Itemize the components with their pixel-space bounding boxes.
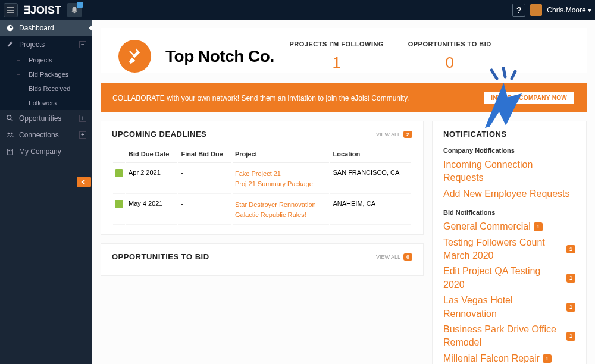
search-icon [6,114,14,123]
nav-my-company-label: My Company [19,148,61,156]
subnav-bids-received[interactable]: Bids Received [11,81,92,96]
nav-connections[interactable]: Connections + [0,127,92,143]
collaborate-banner: COLLABORATE with your own network! Send … [101,83,587,112]
help-button[interactable]: ? [512,4,525,17]
notif-link[interactable]: Millenial Falcon Repair1 [443,351,575,364]
bookmark-icon[interactable] [115,200,123,208]
company-logo [118,40,151,73]
hamburger-icon [6,5,15,15]
users-icon [6,131,14,139]
deadlines-title: UPCOMING DEADLINES [112,130,206,139]
stat-opportunities-label: OPPORTUNITIES TO BID [399,40,500,48]
nav-dashboard-label: Dashboard [19,24,54,32]
subnav-bid-packages[interactable]: Bid Packages [11,67,92,81]
notif-link[interactable]: General Commercial1 [443,219,575,234]
svg-rect-3 [8,149,13,155]
stat-following-value: 1 [286,54,387,72]
notifications-title: NOTIFICATIONS [443,130,575,139]
bookmark-icon[interactable] [115,169,123,177]
nav-connections-label: Connections [19,131,59,139]
deadlines-table: Bid Due Date Final Bid Due Project Locat… [112,145,412,226]
notif-link[interactable]: Add New Employee Requests [443,186,575,202]
bell-icon[interactable] [67,3,82,17]
table-row: Apr 2 2021 - Fake Project 21Proj 21 Summ… [113,164,411,194]
table-row: May 4 2021 - Star Destroyer RennovationG… [113,195,411,225]
cell-date: Apr 2 2021 [126,164,177,194]
col-location: Location [330,146,411,163]
main-content: Top Notch Co. PROJECTS I'M FOLLOWING 1 O… [92,20,595,364]
sidebar-collapse[interactable] [77,177,91,187]
sidebar: Dashboard Projects − Projects Bid Packag… [0,20,92,364]
tools-icon [126,48,144,65]
notif-link[interactable]: Las Vegas Hotel Rennovation1 [443,293,575,322]
opportunities-title: OPPORTUNITIES TO BID [112,252,209,261]
bid-notif-heading: Bid Notifications [443,209,575,216]
col-final-bid: Final Bid Due [178,146,231,163]
company-notif-heading: Company Notifications [443,147,575,154]
svg-rect-4 [8,150,10,151]
notif-link[interactable]: Edit Project QA Testing 20201 [443,263,575,293]
menu-toggle[interactable] [4,3,18,17]
dashboard-icon [6,24,14,32]
col-project: Project [233,146,330,163]
invite-company-button[interactable]: INVITE A COMPANY NOW [483,91,575,105]
bell-icon-svg [70,6,79,14]
stat-following-label: PROJECTS I'M FOLLOWING [286,40,387,48]
avatar[interactable] [530,4,542,16]
svg-point-2 [11,133,13,135]
company-name: Top Notch Co. [165,47,274,66]
topbar-left: ƎJOIST [4,3,82,17]
building-icon [6,148,14,156]
subnav-projects[interactable]: Projects [11,53,92,67]
cell-final: - [178,164,231,194]
svg-point-0 [7,115,11,120]
opportunities-view-all[interactable]: VIEW ALL 0 [376,253,412,261]
opportunities-count-badge: 0 [403,253,412,261]
subnav-followers[interactable]: Followers [11,96,92,110]
nav-my-company[interactable]: My Company [0,143,92,160]
expand-icon[interactable]: + [79,131,86,139]
deadlines-view-all[interactable]: VIEW ALL 2 [376,131,412,138]
arrow-left-icon [80,179,87,185]
project-link[interactable]: Proj 21 Summary Package [235,179,327,189]
cell-date: May 4 2021 [126,195,177,225]
notif-link[interactable]: Business Park Drive Office Remodel1 [443,322,575,351]
logo: ƎJOIST [24,4,61,17]
cell-final: - [178,195,231,225]
col-bid-due: Bid Due Date [126,146,177,163]
expand-icon[interactable]: + [79,115,86,122]
svg-rect-5 [11,150,12,151]
cell-location: ANAHEIM, CA [330,195,411,225]
nav-dashboard[interactable]: Dashboard [0,20,92,36]
notif-link[interactable]: Testing Followers Count March 20201 [443,235,575,264]
user-menu[interactable]: Chris.Moore ▾ [547,6,591,14]
stat-following: PROJECTS I'M FOLLOWING 1 [286,40,387,72]
banner-text: COLLABORATE with your own network! Send … [112,94,409,102]
project-link[interactable]: Fake Project 21 [235,169,327,179]
collapse-icon[interactable]: − [79,41,86,48]
topbar: ƎJOIST ? Chris.Moore ▾ [0,0,595,20]
stat-opportunities: OPPORTUNITIES TO BID 0 [399,40,500,72]
project-link[interactable]: Star Destroyer Rennovation [235,200,327,210]
sub-nav: Projects Bid Packages Bids Received Foll… [0,53,92,110]
project-link[interactable]: Galactic Republic Rules! [235,210,327,220]
nav-projects[interactable]: Projects − [0,36,92,53]
cell-location: SAN FRANCISCO, CA [330,164,411,194]
company-header: Top Notch Co. PROJECTS I'M FOLLOWING 1 O… [101,28,587,73]
wrench-icon [6,40,14,49]
svg-point-1 [8,133,10,135]
upcoming-deadlines-card: UPCOMING DEADLINES VIEW ALL 2 Bid Due Da… [101,121,424,235]
topbar-right: ? Chris.Moore ▾ [512,4,591,17]
notif-link[interactable]: Incoming Connection Requests [443,157,575,186]
nav-opportunities-label: Opportunities [19,114,61,123]
nav-opportunities[interactable]: Opportunities + [0,110,92,127]
stat-opportunities-value: 0 [399,54,500,72]
deadlines-count-badge: 2 [403,131,412,138]
nav-projects-label: Projects [19,40,45,49]
opportunities-card: OPPORTUNITIES TO BID VIEW ALL 0 [101,243,424,276]
notifications-card: NOTIFICATIONS Company Notifications Inco… [432,121,587,364]
